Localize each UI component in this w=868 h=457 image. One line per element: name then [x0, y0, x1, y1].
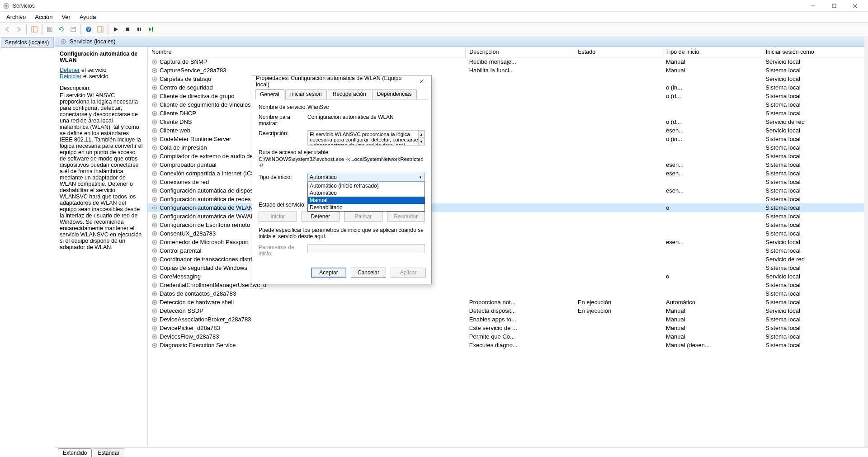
table-row[interactable]: CaptureService_d28a783Habilita la funci.…: [148, 66, 868, 75]
stop-service-link[interactable]: Detener: [60, 67, 80, 73]
cell-logon: Sistema local: [762, 178, 868, 186]
dialog-pause-button[interactable]: Pausar: [344, 212, 382, 221]
dialog-tab-general[interactable]: General: [255, 90, 284, 99]
value-exe-path: C:\WINDOWS\system32\svchost.exe -k Local…: [259, 156, 425, 167]
cell-start: [662, 152, 762, 160]
label-description: Descripción:: [259, 130, 307, 137]
cell-logon: Sistema local: [762, 229, 868, 238]
svg-point-89: [154, 336, 156, 337]
tree-node-services-local[interactable]: Servicios (locales): [1, 37, 54, 48]
dialog-tab-logon[interactable]: Iniciar sesión: [285, 89, 327, 99]
table-row[interactable]: Captura de SNMPRecibe mensaje...ManualSe…: [148, 57, 868, 66]
dialog-tab-deps[interactable]: Dependencias: [372, 89, 417, 99]
cell-state: [574, 195, 662, 203]
params-hint: Puede especificar los parámetros de inic…: [259, 227, 425, 240]
services-app-icon: [3, 2, 10, 9]
svg-point-59: [154, 207, 156, 208]
cell-name: DevicePicker_d28a783: [160, 325, 220, 331]
desc-scroll-up[interactable]: ▲: [418, 131, 425, 138]
table-row[interactable]: DevicesFlow_d28a783Permite que Co...Manu…: [148, 332, 868, 341]
svg-point-85: [154, 319, 156, 320]
svg-point-51: [154, 173, 156, 174]
cell-name: Conexiones de red: [160, 179, 209, 185]
gear-icon: [151, 196, 158, 203]
nav-forward-button[interactable]: [14, 24, 24, 35]
cell-state: [574, 75, 662, 83]
svg-point-91: [154, 344, 156, 346]
cell-desc: [466, 186, 574, 195]
gear-icon: [151, 67, 158, 74]
svg-point-37: [154, 113, 156, 114]
label-startup-type: Tipo de inicio:: [259, 174, 307, 180]
show-hide-action-pane-button[interactable]: [95, 24, 106, 35]
gear-icon: [151, 325, 158, 331]
dialog-cancel-button[interactable]: Cancelar: [351, 268, 386, 278]
pause-service-button[interactable]: [134, 24, 145, 35]
table-row[interactable]: DevicePicker_d28a783Este servicio de ...…: [148, 324, 868, 332]
stop-service-button[interactable]: [122, 24, 133, 35]
console-tree[interactable]: Servicios (locales): [0, 36, 55, 447]
cell-start: [662, 195, 762, 203]
cell-logon: Sistema local: [762, 135, 868, 143]
dialog-close-button[interactable]: [416, 76, 428, 86]
description-box[interactable]: El servicio WLANSVC proporciona la lógic…: [307, 130, 425, 146]
cell-desc: [466, 118, 574, 126]
minimize-button[interactable]: [803, 0, 824, 12]
startup-option-disabled[interactable]: Deshabilitado: [308, 204, 425, 211]
cell-name: Cliente de seguimiento de vínculos dist: [160, 101, 261, 108]
desc-scroll-down[interactable]: ▼: [418, 138, 425, 145]
svg-point-55: [154, 190, 156, 191]
restart-service-link[interactable]: Reiniciar: [60, 73, 82, 80]
col-start[interactable]: Tipo de inicio: [662, 47, 762, 57]
menu-view[interactable]: Ver: [57, 12, 75, 22]
start-service-button[interactable]: [110, 24, 121, 35]
tab-standard[interactable]: Estándar: [93, 448, 124, 457]
startup-option-manual[interactable]: Manual: [308, 197, 425, 204]
col-desc[interactable]: Descripción: [466, 47, 574, 57]
cell-state: [574, 238, 662, 246]
start-params-input[interactable]: [307, 244, 425, 253]
dialog-apply-button[interactable]: Aplicar: [391, 268, 426, 278]
tab-extended[interactable]: Extendido: [58, 448, 92, 457]
cell-state: [574, 341, 662, 349]
table-row[interactable]: Datos de contactos_d28a783Sistema local: [148, 289, 868, 298]
cell-logon: Sistema local: [762, 332, 868, 341]
menu-action[interactable]: Acción: [30, 12, 57, 22]
startup-option-delayed[interactable]: Automático (inicio retrasado): [308, 182, 425, 189]
help-button[interactable]: ?: [83, 24, 94, 35]
col-logon[interactable]: Iniciar sesión como: [762, 47, 868, 57]
restart-service-button[interactable]: [146, 24, 156, 35]
cell-state: [574, 92, 662, 100]
table-row[interactable]: Detección SSDPDetecta disposit...En ejec…: [148, 306, 868, 315]
nav-back-button[interactable]: [2, 24, 13, 35]
show-hide-tree-button[interactable]: [29, 24, 40, 35]
refresh-button[interactable]: [56, 24, 67, 35]
table-row[interactable]: DeviceAssociationBroker_d28a783Enables a…: [148, 315, 868, 324]
cell-desc: [466, 152, 574, 160]
dialog-start-button[interactable]: Iniciar: [259, 212, 297, 221]
cell-desc: [466, 195, 574, 203]
startup-option-auto[interactable]: Automático: [308, 189, 425, 197]
cell-start: Manual: [662, 315, 762, 324]
cell-name: Comprobador puntual: [160, 161, 217, 168]
cell-name: Detección SSDP: [160, 307, 203, 314]
properties-button[interactable]: [68, 24, 79, 35]
cell-desc: [466, 229, 574, 238]
maximize-button[interactable]: [824, 0, 844, 12]
col-name[interactable]: Nombre: [148, 47, 466, 57]
dialog-ok-button[interactable]: Aceptar: [311, 268, 346, 278]
menu-file[interactable]: Archivo: [2, 12, 30, 22]
close-button[interactable]: [844, 0, 865, 12]
menu-help[interactable]: Ayuda: [75, 12, 101, 22]
dialog-tab-recovery[interactable]: Recuperación: [328, 89, 371, 99]
cell-desc: Este servicio de ...: [466, 324, 574, 332]
dialog-resume-button[interactable]: Reanudar: [387, 212, 425, 221]
col-state[interactable]: Estado: [574, 47, 662, 57]
svg-point-65: [154, 233, 156, 234]
startup-type-combo[interactable]: Automático ▼ Automático (inicio retrasad…: [307, 173, 425, 182]
table-row[interactable]: Detección de hardware shellProporciona n…: [148, 298, 868, 306]
export-list-button[interactable]: [44, 24, 55, 35]
vertical-scrollbar[interactable]: [864, 36, 868, 447]
dialog-stop-button[interactable]: Detener: [302, 212, 340, 221]
table-row[interactable]: Diagnostic Execution ServiceExecutes dia…: [148, 341, 868, 349]
